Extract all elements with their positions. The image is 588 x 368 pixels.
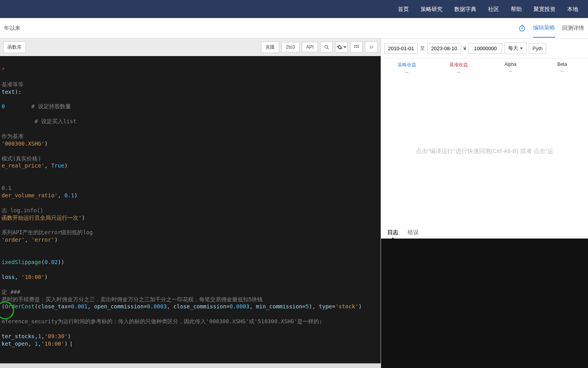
log-output[interactable] bbox=[381, 239, 588, 368]
code-comment: eference_security为运行时间的参考标的；传入的标的只做种类区分，… bbox=[2, 318, 325, 324]
svg-rect-2 bbox=[354, 45, 355, 46]
metrics-row: 策略收益-- 基准收益-- Alpha-- Beta-- bbox=[381, 58, 588, 77]
code-token: , bbox=[87, 303, 94, 310]
nav-invest[interactable]: 聚宽投资 bbox=[528, 0, 561, 18]
code-token: der_volume_ratio' bbox=[2, 192, 58, 199]
code-token: ( bbox=[34, 303, 38, 310]
code-token: close_commission bbox=[173, 303, 226, 310]
library-button[interactable]: 函数库 bbox=[3, 42, 26, 53]
grid-icon[interactable] bbox=[350, 42, 363, 53]
sub-bar: 年以来 编辑策略 回测详情 bbox=[0, 18, 588, 38]
metric-alpha: Alpha-- bbox=[485, 62, 536, 75]
subbar-title: 年以来 bbox=[4, 25, 20, 32]
capital-input[interactable] bbox=[468, 43, 502, 54]
expand-icon[interactable] bbox=[365, 42, 377, 53]
code-token: ) bbox=[54, 237, 58, 243]
code-token: ) bbox=[74, 192, 77, 199]
date-range-separator: 至 bbox=[420, 45, 425, 52]
frequency-select[interactable]: 每天 bbox=[505, 42, 526, 54]
svg-rect-7 bbox=[358, 47, 359, 48]
code-token: ) bbox=[45, 274, 48, 280]
code-token: e_real_price' bbox=[2, 162, 45, 169]
code-token: , bbox=[15, 274, 22, 280]
code-token: type bbox=[319, 303, 332, 310]
text-cursor bbox=[71, 341, 71, 347]
start-date-input[interactable] bbox=[384, 43, 418, 54]
code-comment: 模式(真实价格) bbox=[2, 155, 41, 162]
tab-edit-strategy[interactable]: 编辑策略 bbox=[533, 24, 555, 38]
code-token: '10:00' bbox=[22, 274, 45, 280]
code-token: 'stock' bbox=[335, 303, 358, 310]
code-token: text bbox=[2, 89, 15, 95]
code-token: )) bbox=[58, 259, 64, 265]
tab-backtest-details[interactable]: 回测详情 bbox=[562, 25, 584, 32]
code-token: OrderCost bbox=[5, 303, 34, 310]
code-token: 'error' bbox=[31, 237, 54, 243]
code-token: ket_open bbox=[2, 341, 28, 347]
code-token: 0.02 bbox=[45, 259, 58, 265]
api-button[interactable]: API bbox=[302, 42, 318, 52]
code-token: 0 bbox=[2, 103, 5, 109]
code-comment: 系列API产生的比error级别低的log bbox=[2, 229, 93, 235]
code-token: = bbox=[226, 303, 229, 310]
language-select[interactable]: Pyth bbox=[529, 43, 546, 54]
code-token: True bbox=[51, 162, 64, 169]
code-line: * bbox=[2, 66, 5, 73]
code-token: 0.0003 bbox=[147, 303, 167, 310]
nav-community[interactable]: 社区 bbox=[482, 0, 505, 18]
top-navbar: 首页 策略研究 数据字典 社区 帮助 聚宽投资 本地 bbox=[0, 0, 588, 18]
code-token: loss bbox=[2, 274, 15, 280]
code-token: ), bbox=[309, 303, 319, 310]
code-token: ) bbox=[68, 333, 71, 339]
top-nav-links: 首页 策略研究 数据字典 社区 帮助 聚宽投资 本地 bbox=[392, 0, 584, 18]
code-token: , bbox=[249, 303, 256, 310]
search-icon[interactable] bbox=[320, 42, 333, 53]
results-pane: 至 ¥ 每天 Pyth 策略收益-- 基准收益-- Alpha-- Beta--… bbox=[381, 38, 588, 368]
nav-home[interactable]: 首页 bbox=[392, 0, 415, 18]
nav-help[interactable]: 帮助 bbox=[505, 0, 528, 18]
2to3-button[interactable]: 2to3 bbox=[281, 42, 299, 52]
svg-rect-3 bbox=[356, 45, 357, 46]
code-editor[interactable]: * 基准等等 text): 0 # 设定持股数量 # 设定买入list 作为基准… bbox=[0, 56, 381, 363]
code-token: , bbox=[58, 192, 64, 199]
gear-icon[interactable] bbox=[335, 42, 348, 53]
tab-logs[interactable]: 日志 bbox=[387, 229, 398, 236]
code-token: , bbox=[41, 333, 44, 339]
code-token: ter_stocks, bbox=[2, 333, 38, 339]
editor-status-strip bbox=[0, 363, 381, 368]
code-token: = bbox=[68, 303, 71, 310]
svg-point-1 bbox=[325, 45, 328, 48]
svg-rect-6 bbox=[356, 47, 357, 48]
timer-icon[interactable] bbox=[518, 24, 526, 32]
clone-button[interactable]: 克隆 bbox=[261, 42, 279, 53]
code-token: , bbox=[25, 237, 31, 243]
code-token: 1 bbox=[38, 333, 41, 339]
code-token: ) bbox=[45, 140, 48, 147]
code-token: 0.0003 bbox=[230, 303, 250, 310]
code-token: 函数开始运行且全局只运行一次' bbox=[2, 215, 82, 221]
code-token: '09:30' bbox=[45, 333, 68, 339]
code-token: = bbox=[302, 303, 305, 310]
code-token: ): bbox=[15, 89, 22, 95]
code-comment: 志 log.info() bbox=[2, 207, 44, 213]
code-line: 基准等等 bbox=[2, 81, 24, 87]
nav-local[interactable]: 本地 bbox=[561, 0, 584, 18]
code-token: ) bbox=[358, 303, 361, 310]
log-tabs: 日志 错误 bbox=[381, 226, 588, 239]
code-token: , bbox=[28, 341, 34, 347]
code-token: ixedSlippage bbox=[2, 259, 41, 265]
end-date-input[interactable] bbox=[427, 43, 461, 54]
svg-rect-4 bbox=[358, 45, 359, 46]
code-token: 'order' bbox=[2, 237, 25, 243]
chart-placeholder: 点击"编译运行"进行快速回测(Ctrl-Alt-B) 或者 点击"运 bbox=[381, 77, 588, 226]
nav-strategy[interactable]: 策略研究 bbox=[415, 0, 448, 18]
code-token: 1 bbox=[34, 341, 38, 347]
chevron-down-icon bbox=[520, 47, 523, 49]
metric-benchmark-return: 基准收益-- bbox=[433, 62, 485, 75]
currency-label: ¥ bbox=[463, 46, 466, 51]
code-token: 0.1 bbox=[64, 192, 74, 199]
tab-errors[interactable]: 错误 bbox=[408, 229, 419, 236]
nav-data-dict[interactable]: 数据字典 bbox=[448, 0, 482, 18]
metric-strategy-return: 策略收益-- bbox=[381, 62, 433, 75]
code-token: , bbox=[38, 341, 41, 347]
